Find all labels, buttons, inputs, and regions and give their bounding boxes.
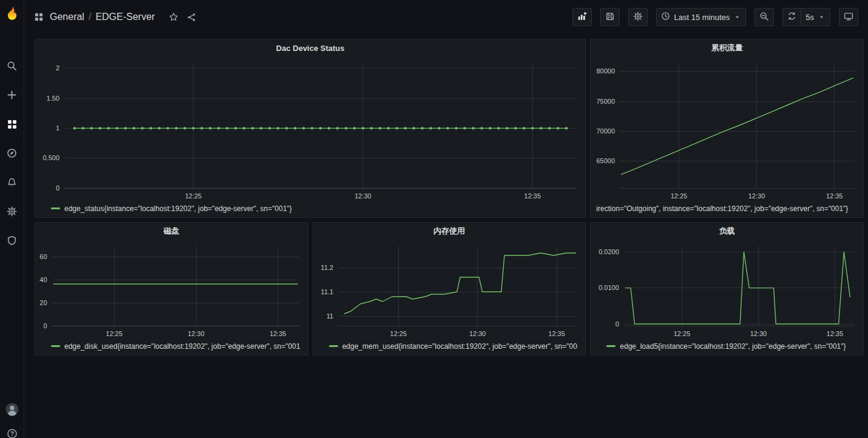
share-icon[interactable] (187, 13, 196, 22)
legend-item[interactable]: edge_load5{instance="localhost:19202", j… (591, 340, 863, 355)
y-tick-label: 65000 (597, 157, 615, 164)
plus-icon (7, 90, 17, 102)
gear-icon (633, 12, 643, 23)
series-line (344, 253, 575, 314)
add-panel-button[interactable] (572, 8, 592, 26)
sidebar: ? (0, 0, 24, 438)
legend-label: edge_load5{instance="localhost:19202", j… (620, 342, 846, 351)
refresh-button[interactable] (782, 8, 801, 26)
legend-item[interactable]: edge_status{instance="localhost:19202", … (35, 203, 585, 217)
series-point (209, 127, 211, 129)
svg-text:?: ? (10, 430, 13, 437)
sidebar-item-explore[interactable] (0, 140, 24, 169)
time-series-chart[interactable]: 12:2512:3012:3500.01000.0200 (591, 240, 863, 340)
series-point (268, 127, 271, 129)
x-tick-label: 12:35 (827, 330, 844, 337)
save-icon (605, 12, 615, 23)
sidebar-item-dashboards[interactable] (0, 110, 24, 140)
breadcrumb-text: General / EDGE-Server (50, 12, 155, 22)
panel-title[interactable]: 负载 (591, 223, 863, 240)
time-series-chart[interactable]: 12:2512:3012:350204060 (35, 240, 308, 340)
series-point (548, 127, 551, 129)
breadcrumb-section[interactable]: General (50, 12, 84, 22)
sidebar-item-help[interactable]: ? (0, 422, 24, 438)
grafana-logo[interactable] (0, 0, 24, 29)
series-point (302, 127, 305, 129)
x-tick-label: 12:30 (188, 330, 205, 337)
clock-icon (661, 12, 670, 22)
series-point (362, 127, 364, 129)
grafana-app: ? General / EDGE-Server (0, 0, 868, 438)
panel-title[interactable]: 磁盘 (35, 223, 308, 240)
time-series-chart[interactable]: 12:2512:3012:3565000700007500080000 (591, 56, 863, 203)
series-point (217, 127, 220, 129)
series-point (430, 127, 432, 129)
y-tick-label: 0.500 (42, 154, 59, 161)
star-icon[interactable] (169, 12, 178, 22)
zoom-out-icon (759, 12, 769, 23)
dashboards-icon (7, 119, 18, 132)
save-dashboard-button[interactable] (600, 8, 620, 26)
panel-title[interactable]: 内存使用 (313, 223, 586, 240)
legend-label: edge_mem_used{instance="localhost:19202"… (342, 342, 577, 351)
legend-label: edge_disk_used{instance="localhost:19202… (64, 342, 300, 351)
series-point (565, 127, 568, 129)
sidebar-nav (0, 52, 24, 256)
y-tick-label: 20 (39, 299, 47, 306)
help-icon: ? (7, 428, 18, 438)
time-series-chart[interactable]: 12:2512:3012:351111.111.2 (313, 240, 586, 340)
time-range-picker[interactable]: Last 15 minutes (656, 8, 746, 26)
panel-title[interactable]: 累积流量 (591, 39, 863, 56)
series-point (294, 127, 296, 129)
time-series-chart[interactable]: 12:2512:3012:3500.50011.502 (35, 56, 585, 203)
chevron-down-icon (733, 13, 741, 21)
series-point (557, 127, 559, 129)
legend-label: edge_status{instance="localhost:19202", … (64, 204, 292, 213)
panel-cumulative-traffic: 累积流量 12:2512:3012:3565000700007500080000… (590, 39, 864, 218)
y-tick-label: 2 (56, 64, 59, 72)
series-point (489, 127, 491, 129)
series-point (285, 127, 288, 129)
legend-item[interactable]: edge_disk_used{instance="localhost:19202… (35, 340, 308, 355)
gear-icon (7, 206, 17, 218)
legend-item[interactable]: edge_mem_used{instance="localhost:19202"… (313, 340, 586, 355)
series-point (319, 127, 322, 129)
breadcrumb: General / EDGE-Server (34, 12, 196, 22)
series-point (183, 127, 186, 129)
series-point (472, 127, 474, 129)
legend-item[interactable]: irection="Outgoing", instance="localhost… (591, 203, 863, 217)
dashboard-grid-icon (34, 12, 44, 22)
sidebar-item-search[interactable] (0, 52, 24, 81)
x-tick-label: 12:30 (748, 192, 765, 200)
monitor-icon (844, 12, 853, 23)
sidebar-item-alerting[interactable] (0, 169, 24, 198)
shield-icon (7, 235, 17, 248)
chevron-down-icon (818, 13, 826, 21)
x-tick-label: 12:30 (750, 330, 767, 337)
x-tick-label: 12:30 (469, 330, 486, 337)
panel-title[interactable]: Dac Device Status (35, 39, 585, 56)
series-line (622, 78, 853, 175)
legend-swatch (329, 345, 338, 347)
series-point (166, 127, 169, 129)
series-point (90, 127, 93, 129)
sidebar-item-user-profile[interactable] (0, 398, 24, 422)
dashboard-title[interactable]: EDGE-Server (95, 12, 155, 22)
sidebar-item-server-admin[interactable] (0, 227, 24, 256)
y-tick-label: 75000 (597, 98, 615, 105)
refresh-interval-picker[interactable]: 5s (801, 8, 830, 26)
legend-swatch (51, 345, 60, 347)
dashboard-settings-button[interactable] (628, 8, 648, 26)
y-tick-label: 0.0100 (598, 284, 619, 291)
x-tick-label: 12:30 (354, 192, 371, 200)
series-point (446, 127, 449, 129)
sidebar-item-configuration[interactable] (0, 198, 24, 227)
series-point (396, 127, 398, 129)
y-tick-label: 11.1 (320, 288, 333, 295)
series-point (192, 127, 194, 129)
cycle-view-mode-button[interactable] (839, 8, 858, 26)
zoom-out-time-button[interactable] (754, 8, 774, 26)
series-point (413, 127, 415, 129)
series-point (99, 127, 101, 129)
sidebar-item-create[interactable] (0, 81, 24, 110)
